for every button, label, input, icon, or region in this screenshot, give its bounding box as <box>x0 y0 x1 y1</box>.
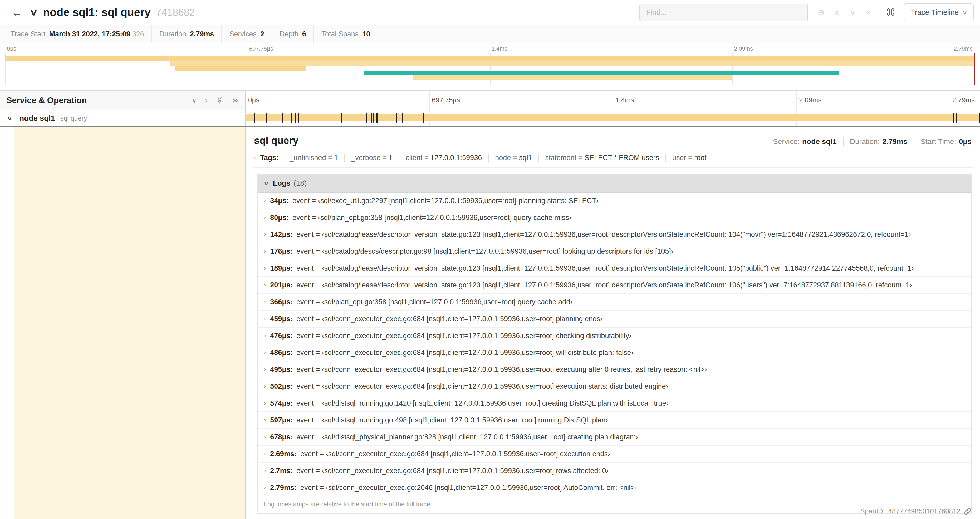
log-timestamp: 574μs: <box>270 399 293 407</box>
log-row[interactable]: › 678μs: event = ‹sql/distsql_physical_p… <box>258 429 971 446</box>
service-operation-title: Service & Operation <box>6 96 183 105</box>
log-marker-tick <box>377 113 378 123</box>
tags-row[interactable]: › Tags: _unfinished = 1_verbose = 1clien… <box>253 154 973 168</box>
log-row[interactable]: › 476μs: event = ‹sql/conn_executor_exec… <box>258 327 971 345</box>
minimap-time-label: 697.75μs <box>248 45 273 52</box>
log-event-text: event = ‹sql/conn_executor_exec.go:684 [… <box>296 349 633 357</box>
log-event-text: event = ‹sql/conn_executor_exec.go:684 [… <box>300 450 610 458</box>
span-row-timeline-cell[interactable] <box>245 110 980 126</box>
trace-page: ← ∨ node sql1: sql query 7418682 ⊕ ∧ ∨ ×… <box>0 0 980 519</box>
chevron-right-icon: › <box>264 197 266 204</box>
log-row[interactable]: › 2.69ms: event = ‹sql/conn_executor_exe… <box>258 446 971 463</box>
logs-header[interactable]: ∨ Logs (18) <box>258 174 971 193</box>
log-marker-tick <box>396 113 397 123</box>
summary-item: Trace StartMarch 31 2022, 17:25:09.326 <box>3 25 152 43</box>
log-row[interactable]: › 459μs: event = ‹sql/conn_executor_exec… <box>258 311 971 327</box>
span-duration-bar[interactable] <box>246 115 980 121</box>
chevron-right-icon: › <box>264 231 266 238</box>
next-match-icon[interactable]: ∨ <box>845 8 861 17</box>
summary-item: Duration2.79ms <box>152 25 222 43</box>
logs-count: (18) <box>293 179 307 187</box>
log-marker-tick <box>298 113 299 123</box>
chevron-right-icon: › <box>264 366 266 373</box>
span-detail-header: sql query Service:node sql1 Duration:2.7… <box>253 133 973 146</box>
summary-label: Trace Start <box>11 30 46 38</box>
log-timestamp: 80μs: <box>270 214 289 222</box>
log-marker-tick <box>254 113 255 123</box>
span-detail-meta: Service:node sql1 Duration:2.79ms Start … <box>767 137 972 146</box>
minimap-time-label: 0μs <box>5 45 16 52</box>
view-selector-button[interactable]: Trace Timeline ∨ <box>904 3 974 21</box>
log-marker-tick <box>953 113 954 123</box>
chevron-right-icon: › <box>264 349 266 356</box>
log-marker-tick <box>291 113 293 123</box>
log-row[interactable]: › 486μs: event = ‹sql/conn_executor_exec… <box>258 345 971 361</box>
expand-collapse-icon[interactable]: ≫ <box>215 96 224 104</box>
link-icon[interactable] <box>964 508 972 515</box>
span-row[interactable]: ∨ node sql1 sql query <box>0 110 980 126</box>
tag-item: _unfinished = 1 <box>283 154 344 162</box>
chevron-right-icon: › <box>264 315 266 322</box>
log-row[interactable]: › 142μs: event = ‹sql/catalog/lease/desc… <box>258 226 971 243</box>
chevron-down-icon[interactable]: ∨ <box>6 115 13 122</box>
chevron-right-icon: › <box>264 434 266 441</box>
top-bar-right: ⊕ ∧ ∨ × ⌘ Trace Timeline ∨ <box>640 3 974 21</box>
tag-item: client = 127.0.0.1:59936 <box>399 154 488 162</box>
log-marker-tick <box>423 113 425 123</box>
minimap-canvas[interactable] <box>5 53 975 85</box>
log-row[interactable]: › 2.7ms: event = ‹sql/conn_executor_exec… <box>258 463 971 479</box>
keyboard-shortcuts-button[interactable]: ⌘ <box>886 7 896 18</box>
trace-collapse-icon[interactable]: ∨ <box>30 7 38 18</box>
expand-collapse-icon[interactable]: ≫ <box>232 96 239 104</box>
log-row[interactable]: › 502μs: event = ‹sql/conn_executor_exec… <box>258 378 971 395</box>
minimap-span-bar <box>412 75 732 80</box>
expand-collapse-icon[interactable]: ∨ <box>192 96 197 104</box>
log-event-text: event = ‹sql/catalog/lease/descriptor_ve… <box>296 230 911 239</box>
prev-match-icon[interactable]: ∧ <box>829 8 845 17</box>
find-input[interactable] <box>640 4 808 21</box>
log-row[interactable]: › 495μs: event = ‹sql/conn_executor_exec… <box>258 361 971 378</box>
expand-collapse-icon[interactable]: › <box>205 96 208 104</box>
minimap-time-label: 1.4ms <box>490 45 508 52</box>
log-row[interactable]: › 597μs: event = ‹sql/distsql_running.go… <box>258 412 971 429</box>
log-event-text: event = ‹sql/conn_executor_exec.go:684 [… <box>296 332 632 340</box>
log-marker-tick <box>295 113 296 123</box>
log-row[interactable]: › 34μs: event = ‹sql/exec_util.go:2297 [… <box>258 193 971 209</box>
log-row[interactable]: › 176μs: event = ‹sql/catalog/descs/desc… <box>258 243 971 260</box>
minimap-span-bar <box>175 66 306 71</box>
clear-search-icon[interactable]: × <box>861 8 877 17</box>
span-id-label: SpanID: <box>860 507 885 515</box>
span-row-name-cell[interactable]: ∨ node sql1 sql query <box>0 110 245 126</box>
chevron-right-icon: › <box>254 155 256 161</box>
timeline-tick-label: 1.4ms <box>613 96 634 104</box>
log-row[interactable]: › 2.79ms: event = ‹sql/conn_executor_exe… <box>258 479 971 496</box>
summary-item: Services2 <box>222 25 272 43</box>
trace-minimap: 0μs697.75μs1.4ms2.09ms2.79ms <box>0 43 980 91</box>
chevron-right-icon: › <box>264 265 266 271</box>
logs-title: Logs <box>273 179 291 187</box>
log-row[interactable]: › 574μs: event = ‹sql/distsql_running.go… <box>258 395 971 412</box>
minimap-span-bar <box>5 56 975 61</box>
span-operation-title: sql query <box>254 135 299 146</box>
log-row[interactable]: › 80μs: event = ‹sql/plan_opt.go:358 [ns… <box>258 209 971 226</box>
log-timestamp: 366μs: <box>270 298 293 306</box>
log-event-text: event = ‹sql/catalog/descs/descriptor.go… <box>296 248 673 256</box>
tag-item: node = sql1 <box>488 154 538 162</box>
log-event-text: event = ‹sql/conn_executor_exec.go:684 [… <box>296 366 707 374</box>
timeline-tick-label: 0μs <box>245 96 259 104</box>
log-marker-tick <box>266 113 267 123</box>
view-selector-label: Trace Timeline <box>911 8 959 17</box>
log-row[interactable]: › 366μs: event = ‹sql/plan_opt.go:358 [n… <box>258 294 971 311</box>
log-event-text: event = ‹sql/distsql_running.go:1420 [ns… <box>296 399 668 407</box>
log-timestamp: 502μs: <box>270 382 293 391</box>
summary-value: 2.79ms <box>190 30 214 38</box>
focus-matches-icon[interactable]: ⊕ <box>813 7 829 18</box>
log-row[interactable]: › 201μs: event = ‹sql/catalog/lease/desc… <box>258 277 971 294</box>
chevron-right-icon: › <box>264 417 266 423</box>
log-row[interactable]: › 189μs: event = ‹sql/catalog/lease/desc… <box>258 260 971 277</box>
summary-value: March 31 2022, 17:25:09 <box>49 30 130 38</box>
log-marker-tick <box>956 113 957 123</box>
back-button[interactable]: ← <box>11 6 22 18</box>
log-timestamp: 34μs: <box>270 197 289 205</box>
timeline-header-row: Service & Operation ∨›≫≫ 0μs697.75μs1.4m… <box>0 91 980 110</box>
